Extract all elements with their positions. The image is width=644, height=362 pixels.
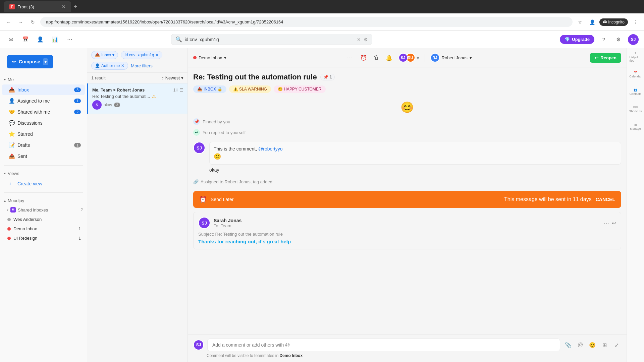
id-filter-chip[interactable]: Id cnv_xgubm1g ✕ — [121, 51, 162, 59]
conv-badge: 3 — [114, 103, 120, 107]
demo-inbox-badge: 1 — [78, 227, 81, 231]
settings-button[interactable]: ⚙ — [613, 34, 624, 45]
right-keyboard-button[interactable]: ⌨ Shortcuts — [630, 103, 642, 115]
compose-button[interactable]: ✏ Compose ▾ — [7, 55, 53, 68]
right-manage-button[interactable]: ⊞ Manage — [630, 121, 642, 133]
more-topbar-icon[interactable]: ⋯ — [64, 34, 75, 45]
comment-input[interactable] — [207, 339, 560, 351]
author-filter-chip[interactable]: 👤 Author me ✕ — [91, 62, 128, 70]
send-later-label: Send Later — [211, 197, 500, 202]
sidebar-item-drafts[interactable]: 📝 Drafts 1 — [2, 140, 85, 150]
sidebar-item-ui-redesign[interactable]: UI Redesign 1 — [2, 234, 85, 243]
msg-header: SJ Sarah Jonas To: Team ⋯ ↩ — [198, 217, 616, 229]
sort-icon: ↕ — [162, 75, 164, 80]
tab-close-button[interactable]: ✕ — [62, 4, 66, 9]
sidebar-item-inbox[interactable]: 📥 Inbox 3 — [2, 84, 85, 95]
msg-reply-button[interactable]: ↩ — [612, 220, 616, 226]
inbox-filter-chip[interactable]: 📥 Inbox ▾ — [91, 51, 118, 59]
right-help-button[interactable]: ? Help & tips — [630, 51, 642, 63]
help-button[interactable]: ? — [598, 34, 609, 45]
me-section-header[interactable]: ▾ Me — [0, 75, 87, 84]
msg-to: To: Team — [214, 223, 241, 228]
replied-activity: ↩ You replied to yourself — [193, 127, 621, 138]
conv-preview: S okay 3 — [92, 100, 183, 110]
incognito-badge: 🕶 Incognito — [599, 18, 628, 26]
contacts-topbar-icon[interactable]: 👤 — [35, 34, 46, 45]
conversation-title: Re: Testing out the automation rule 📌 1 — [193, 73, 621, 81]
compose-icon[interactable]: ✉ — [5, 34, 16, 45]
pinned-activity: 📌 Pinned by you — [193, 116, 621, 127]
conversation-item[interactable]: Me, Team > Robert Jonas 1H ☰ Re: Testing… — [87, 83, 187, 114]
author-chip-close[interactable]: ✕ — [121, 63, 124, 68]
sidebar-item-wes-anderson[interactable]: Wes Anderson — [2, 215, 85, 224]
shared-badge: 2 — [74, 110, 81, 114]
back-button[interactable]: ← — [4, 17, 13, 27]
more-options-button[interactable]: ⋯ — [345, 53, 354, 62]
emoji-icon[interactable]: 😊 — [588, 340, 597, 350]
views-chevron-icon: ▾ — [4, 172, 6, 175]
inbox-badge: 3 — [74, 87, 81, 92]
sort-button[interactable]: ↕ Newest ▾ — [162, 75, 183, 80]
user-avatar[interactable]: SJ — [628, 34, 639, 45]
search-filter-button[interactable]: ⚙ — [364, 37, 368, 42]
reload-button[interactable]: ↻ — [28, 17, 38, 27]
assigned-to-section[interactable]: RJ Robert Jonas ▾ — [430, 53, 472, 62]
new-tab-button[interactable]: + — [74, 3, 77, 10]
shared-inboxes-chevron-icon: ▾ — [7, 208, 8, 212]
profile-button[interactable]: 👤 — [587, 17, 597, 27]
address-bar[interactable] — [40, 17, 573, 27]
sla-tag[interactable]: ⚠️ SLA WARNING — [229, 85, 271, 93]
menu-button[interactable]: ⋮ — [631, 17, 640, 27]
search-input[interactable] — [185, 37, 354, 42]
right-contacts-button[interactable]: 👥 Contacts — [630, 86, 642, 98]
happy-tag[interactable]: 😊 HAPPY CUSTOMER — [274, 85, 326, 93]
upgrade-button[interactable]: 💎 Upgrade — [560, 35, 594, 44]
views-label: Views — [8, 171, 19, 176]
right-calendar-button[interactable]: 📅 Calendar — [630, 68, 642, 80]
analytics-icon[interactable]: 📊 — [50, 34, 60, 45]
bookmark-button[interactable]: ☆ — [575, 17, 585, 27]
sidebar-item-discussions[interactable]: 💬 Discussions — [2, 118, 85, 128]
expand-icon[interactable]: ⤢ — [612, 340, 621, 350]
sidebar-item-demo-inbox[interactable]: Demo Inbox 1 — [2, 224, 85, 233]
mention: @robertyyo — [258, 146, 283, 152]
comment-author-avatar: SJ — [193, 142, 205, 154]
chevron-assignees[interactable]: ▾ — [417, 55, 419, 61]
moodjoy-section: ▴ Moodjoy ▾ M Shared inboxes 2 Wes Ander… — [0, 195, 87, 244]
snooze-button[interactable]: ⏰ — [358, 52, 369, 63]
attachment-icon[interactable]: 📎 — [564, 340, 573, 350]
calendar-icon[interactable]: 📅 — [20, 34, 31, 45]
more-filters-button[interactable]: More filters — [131, 63, 152, 68]
reopen-button[interactable]: ↩ Reopen — [590, 53, 621, 63]
sidebar-item-assigned[interactable]: 👤 Assigned to me 1 — [2, 96, 85, 106]
forward-button[interactable]: → — [16, 17, 25, 27]
sidebar-item-shared[interactable]: 🤝 Shared with me 2 — [2, 107, 85, 117]
archive-button[interactable]: 🔔 — [384, 52, 394, 63]
sent-icon: 📤 — [9, 153, 15, 159]
results-count: 1 result — [91, 75, 106, 80]
assigned-label: Assigned to me — [17, 98, 50, 104]
id-chip-close[interactable]: ✕ — [155, 53, 159, 57]
sidebar-item-create-view[interactable]: + Create view — [2, 178, 85, 189]
action-buttons: ⏰ 🗑 🔔 — [358, 52, 394, 63]
shared-inboxes-header[interactable]: ▾ M Shared inboxes 2 — [0, 205, 87, 215]
search-clear-button[interactable]: ✕ — [357, 37, 361, 42]
browser-tab[interactable]: F Front (3) ✕ — [4, 1, 71, 12]
reopen-icon: ↩ — [595, 55, 598, 60]
sidebar-item-starred[interactable]: ⭐ Starred — [2, 129, 85, 139]
at-mention-icon[interactable]: @ — [576, 340, 585, 350]
inbox-indicator[interactable]: Demo Inbox ▾ — [193, 55, 226, 60]
msg-body: Thanks for reaching out, it's great help — [198, 239, 616, 244]
commenter-avatar: SJ — [193, 340, 204, 350]
compose-chevron-icon[interactable]: ▾ — [43, 58, 48, 65]
sidebar-item-sent[interactable]: 📤 Sent — [2, 151, 85, 162]
trash-button[interactable]: 🗑 — [371, 52, 382, 63]
inbox-icon: 📥 — [9, 87, 15, 93]
moodjoy-section-header[interactable]: ▴ Moodjoy — [0, 196, 87, 205]
inbox-tag[interactable]: 📥 INBOX 🔒 — [193, 85, 226, 93]
cancel-send-later-button[interactable]: CANCEL — [596, 197, 615, 202]
table-icon[interactable]: ⊞ — [600, 340, 609, 350]
msg-more-button[interactable]: ⋯ — [604, 220, 609, 226]
views-section-header[interactable]: ▾ Views — [0, 169, 87, 178]
sort-chevron-icon: ▾ — [181, 75, 183, 80]
